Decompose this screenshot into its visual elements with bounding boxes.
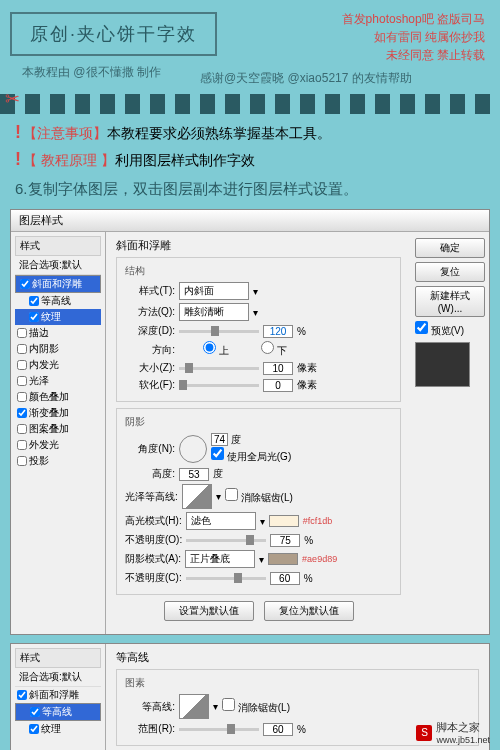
method-select[interactable]: 雕刻清晰 <box>179 303 249 321</box>
soften-input[interactable]: 0 <box>263 379 293 392</box>
method-label: 方法(Q): <box>125 305 175 319</box>
range-input[interactable]: 60 <box>263 723 293 736</box>
divider <box>0 94 500 114</box>
style-label: 样式(T): <box>125 284 175 298</box>
warning-3: 未经同意 禁止转载 <box>386 46 485 64</box>
element-label: 图素 <box>125 676 470 690</box>
blend-options[interactable]: 混合选项:默认 <box>15 256 101 275</box>
style-item-外发光[interactable]: 外发光 <box>15 437 101 453</box>
new-style-button[interactable]: 新建样式(W)... <box>415 286 485 317</box>
step-label: 6.复制字体图层，双击图层副本进行图层样式设置。 <box>15 180 485 199</box>
highlight-opacity-slider[interactable] <box>186 539 266 542</box>
thanks-line: 感谢@天空霞晓 @xiao5217 的友情帮助 <box>200 70 412 87</box>
style-item-描边[interactable]: 描边 <box>15 325 101 341</box>
angle-input[interactable]: 74 <box>211 433 228 446</box>
style-item-等高线[interactable]: 等高线 <box>15 293 101 309</box>
style-item-光泽[interactable]: 光泽 <box>15 373 101 389</box>
style-item-等高线[interactable]: 等高线 <box>15 703 101 721</box>
antialias-checkbox-2[interactable]: 消除锯齿(L) <box>222 698 290 715</box>
altitude-input[interactable]: 53 <box>179 468 209 481</box>
size-slider[interactable] <box>179 367 259 370</box>
highlight-mode-label: 高光模式(H): <box>125 514 182 528</box>
shadow-hex: #ae9d89 <box>302 554 337 564</box>
gloss-contour-label: 光泽等高线: <box>125 490 178 504</box>
soften-slider[interactable] <box>179 384 259 387</box>
style-item-斜面和浮雕[interactable]: 斜面和浮雕 <box>15 275 101 293</box>
angle-dial[interactable] <box>179 435 207 463</box>
shading-label: 阴影 <box>125 415 392 429</box>
style-item-斜面和浮雕[interactable]: 斜面和浮雕 <box>15 687 101 703</box>
size-label: 大小(Z): <box>125 361 175 375</box>
contour-title: 等高线 <box>116 650 479 665</box>
global-light-checkbox[interactable]: 使用全局光(G) <box>211 451 291 462</box>
shadow-opacity-label: 不透明度(C): <box>125 571 182 585</box>
range-slider[interactable] <box>179 728 259 731</box>
dialog-title: 图层样式 <box>11 210 489 232</box>
bevel-title: 斜面和浮雕 <box>116 238 401 253</box>
highlight-hex: #fcf1db <box>303 516 333 526</box>
gloss-contour-picker[interactable] <box>182 484 212 509</box>
reset-default-button[interactable]: 复位为默认值 <box>264 601 354 621</box>
highlight-mode-select[interactable]: 滤色 <box>186 512 256 530</box>
style-item-渐变叠加[interactable]: 渐变叠加 <box>15 405 101 421</box>
watermark: S 脚本之家www.jb51.net <box>416 720 490 745</box>
style-item-纹理[interactable]: 纹理 <box>15 309 101 325</box>
angle-label: 角度(N): <box>125 442 175 456</box>
shadow-mode-select[interactable]: 正片叠底 <box>185 550 255 568</box>
depth-input[interactable]: 120 <box>263 325 293 338</box>
blend-options-2[interactable]: 混合选项:默认 <box>15 668 101 687</box>
tutorial-title: 原创·夹心饼干字效 <box>10 12 217 56</box>
preview-checkbox[interactable]: 预览(V) <box>415 325 464 336</box>
size-input[interactable]: 10 <box>263 362 293 375</box>
style-item-内阴影[interactable]: 内阴影 <box>15 341 101 357</box>
highlight-opacity-input[interactable]: 75 <box>270 534 300 547</box>
notice-1: !【注意事项】本教程要求必须熟练掌握基本工具。 <box>15 122 485 143</box>
cancel-button[interactable]: 复位 <box>415 262 485 282</box>
style-item-投影[interactable]: 投影 <box>15 453 101 469</box>
contour-picker[interactable] <box>179 694 209 719</box>
depth-slider[interactable] <box>179 330 259 333</box>
logo-icon: S <box>416 725 432 741</box>
styles-list: 样式 混合选项:默认 斜面和浮雕等高线纹理描边内阴影内发光光泽颜色叠加渐变叠加图… <box>11 232 106 634</box>
highlight-color-swatch[interactable] <box>269 515 299 527</box>
depth-label: 深度(D): <box>125 324 175 338</box>
scissors-icon: ✂ <box>5 88 20 110</box>
preview-thumbnail <box>415 342 470 387</box>
style-item-纹理[interactable]: 纹理 <box>15 721 101 737</box>
shadow-opacity-slider[interactable] <box>186 577 266 580</box>
range-label: 范围(R): <box>125 722 175 736</box>
soften-label: 软化(F): <box>125 378 175 392</box>
make-default-button[interactable]: 设置为默认值 <box>164 601 254 621</box>
highlight-opacity-label: 不透明度(O): <box>125 533 182 547</box>
styles-header[interactable]: 样式 <box>15 236 101 256</box>
layer-style-dialog: 图层样式 样式 混合选项:默认 斜面和浮雕等高线纹理描边内阴影内发光光泽颜色叠加… <box>10 209 490 635</box>
warning-1: 首发photoshop吧 盗版司马 <box>342 10 485 28</box>
style-item-图案叠加[interactable]: 图案叠加 <box>15 421 101 437</box>
ok-button[interactable]: 确定 <box>415 238 485 258</box>
style-select[interactable]: 内斜面 <box>179 282 249 300</box>
style-item-内发光[interactable]: 内发光 <box>15 357 101 373</box>
antialias-checkbox[interactable]: 消除锯齿(L) <box>225 488 293 505</box>
altitude-label: 高度: <box>125 467 175 481</box>
shadow-color-swatch[interactable] <box>268 553 298 565</box>
shadow-mode-label: 阴影模式(A): <box>125 552 181 566</box>
contour-label: 等高线: <box>125 700 175 714</box>
dir-down-radio[interactable]: 下 <box>237 341 287 358</box>
direction-label: 方向: <box>125 343 175 357</box>
notice-2: !【 教程原理 】利用图层样式制作字效 <box>15 149 485 170</box>
structure-label: 结构 <box>125 264 392 278</box>
dir-up-radio[interactable]: 上 <box>179 341 229 358</box>
style-item-颜色叠加[interactable]: 颜色叠加 <box>15 389 101 405</box>
warning-2: 如有雷同 纯属你抄我 <box>374 28 485 46</box>
styles-header-2[interactable]: 样式 <box>15 648 101 668</box>
shadow-opacity-input[interactable]: 60 <box>270 572 300 585</box>
